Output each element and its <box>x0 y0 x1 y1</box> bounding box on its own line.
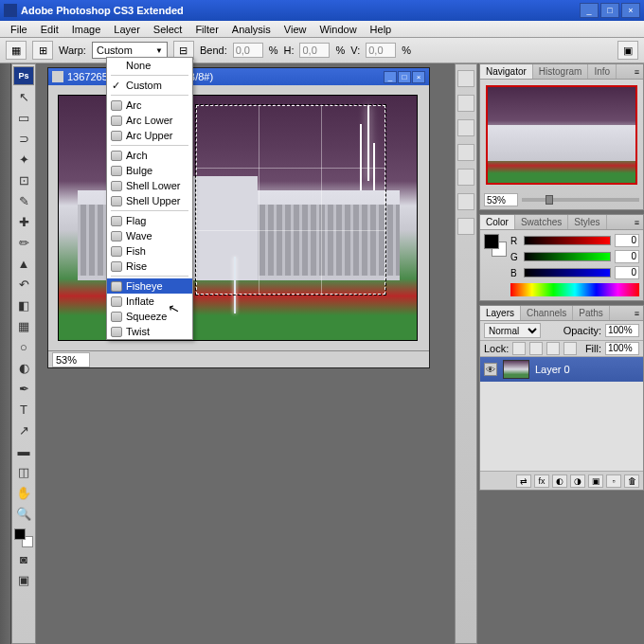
menu-file[interactable]: File <box>4 22 34 37</box>
wand-tool[interactable]: ✦ <box>13 150 34 169</box>
layer-row[interactable]: 👁 Layer 0 <box>480 357 643 382</box>
lock-pixels-icon[interactable] <box>529 342 543 355</box>
menu-view[interactable]: View <box>277 22 313 37</box>
shape-tool[interactable]: ▬ <box>13 441 34 460</box>
menu-image[interactable]: Image <box>65 22 108 37</box>
path-tool[interactable]: ↗ <box>13 420 34 439</box>
hand-tool[interactable]: ✋ <box>13 483 34 502</box>
crop-tool[interactable]: ⊡ <box>13 170 34 189</box>
gradient-tool[interactable]: ▦ <box>13 316 34 335</box>
tab-channels[interactable]: Channels <box>521 306 573 320</box>
history-brush-tool[interactable]: ↶ <box>13 275 34 294</box>
menu-analysis[interactable]: Analysis <box>225 22 277 37</box>
r-slider[interactable] <box>524 236 611 245</box>
add-mask-icon[interactable]: ◐ <box>552 474 567 488</box>
color-panel-swatch[interactable] <box>484 234 507 257</box>
lock-transparency-icon[interactable] <box>512 342 526 355</box>
eraser-tool[interactable]: ◧ <box>13 295 34 314</box>
healing-tool[interactable]: ✚ <box>13 212 34 231</box>
menu-help[interactable]: Help <box>364 22 399 37</box>
warp-option-flag[interactable]: Flag <box>107 213 192 228</box>
dodge-tool[interactable]: ◐ <box>13 358 34 377</box>
panel-menu-icon[interactable]: ≡ <box>631 218 643 227</box>
zoom-field[interactable]: 53% <box>52 352 90 367</box>
marquee-tool[interactable]: ▭ <box>13 108 34 127</box>
clone-icon[interactable] <box>457 95 474 112</box>
quickmask-tool[interactable]: ◙ <box>13 549 34 568</box>
workspace-icon[interactable]: ▣ <box>617 41 638 60</box>
zoom-tool[interactable]: 🔍 <box>13 504 34 523</box>
b-slider[interactable] <box>524 268 611 277</box>
tab-layers[interactable]: Layers <box>480 306 521 320</box>
menu-layer[interactable]: Layer <box>107 22 147 37</box>
lasso-tool[interactable]: ⊃ <box>13 129 34 148</box>
pen-tool[interactable]: ✒ <box>13 379 34 398</box>
menu-edit[interactable]: Edit <box>34 22 65 37</box>
character-icon[interactable] <box>457 193 474 210</box>
minimize-button[interactable]: _ <box>580 3 599 18</box>
new-group-icon[interactable]: ▣ <box>588 474 603 488</box>
tab-color[interactable]: Color <box>480 215 515 229</box>
type-tool[interactable]: T <box>13 400 34 419</box>
layer-style-icon[interactable]: fx <box>534 474 549 488</box>
tab-styles[interactable]: Styles <box>568 215 606 229</box>
h-input[interactable] <box>299 43 330 58</box>
layer-name[interactable]: Layer 0 <box>535 364 570 375</box>
fg-color[interactable] <box>14 528 26 540</box>
stamp-tool[interactable]: ▲ <box>13 254 34 273</box>
layercomps-icon[interactable] <box>457 144 474 161</box>
screenmode-tool[interactable]: ▣ <box>13 570 34 589</box>
warp-option-arc[interactable]: Arc <box>107 98 192 113</box>
tab-paths[interactable]: Paths <box>573 306 610 320</box>
warp-option-bulge[interactable]: Bulge <box>107 163 192 178</box>
selection-marquee[interactable] <box>196 105 385 295</box>
actions-icon[interactable] <box>457 169 474 186</box>
lock-position-icon[interactable] <box>546 342 560 355</box>
tab-swatches[interactable]: Swatches <box>515 215 568 229</box>
notes-tool[interactable]: ◫ <box>13 462 34 481</box>
panel-menu-icon[interactable]: ≡ <box>631 309 643 318</box>
paragraph-icon[interactable] <box>457 218 474 235</box>
menu-window[interactable]: Window <box>313 22 363 37</box>
fill-input[interactable]: 100% <box>605 342 639 355</box>
brushes-icon[interactable] <box>457 70 474 87</box>
new-layer-icon[interactable]: ▫ <box>606 474 621 488</box>
b-value[interactable]: 0 <box>615 266 639 279</box>
tab-navigator[interactable]: Navigator <box>480 64 533 79</box>
adjustment-layer-icon[interactable]: ◑ <box>570 474 585 488</box>
blur-tool[interactable]: ○ <box>13 337 34 356</box>
warp-option-arch[interactable]: Arch <box>107 148 192 163</box>
brush-tool[interactable]: ✏ <box>13 233 34 252</box>
bend-input[interactable] <box>233 43 263 58</box>
warp-option-rise[interactable]: Rise <box>107 259 192 274</box>
visibility-icon[interactable]: 👁 <box>484 363 497 376</box>
lock-all-icon[interactable] <box>564 342 577 355</box>
menu-select[interactable]: Select <box>147 22 189 37</box>
warp-option-fish[interactable]: Fish <box>107 243 192 259</box>
r-value[interactable]: 0 <box>615 234 639 247</box>
toolpresets-icon[interactable] <box>457 119 474 136</box>
g-value[interactable]: 0 <box>615 250 639 263</box>
warp-option-wave[interactable]: Wave <box>107 228 192 243</box>
blend-mode-select[interactable]: Normal <box>484 323 541 338</box>
opacity-input[interactable]: 100% <box>605 324 639 337</box>
nav-zoom-input[interactable] <box>484 193 518 206</box>
delete-layer-icon[interactable]: 🗑 <box>624 474 639 488</box>
warp-option-shell-lower[interactable]: Shell Lower <box>107 178 192 193</box>
menu-filter[interactable]: Filter <box>188 22 224 37</box>
panel-menu-icon[interactable]: ≡ <box>631 67 643 77</box>
link-layers-icon[interactable]: ⇄ <box>516 474 531 488</box>
tab-histogram[interactable]: Histogram <box>533 64 589 79</box>
warp-option-twist[interactable]: Twist <box>107 324 192 339</box>
warp-option-fisheye[interactable]: Fisheye <box>107 278 192 294</box>
g-slider[interactable] <box>524 252 611 261</box>
doc-close-button[interactable]: × <box>412 71 425 83</box>
warp-option-none[interactable]: None <box>107 58 192 73</box>
v-input[interactable] <box>366 43 396 58</box>
warp-option-arc-upper[interactable]: Arc Upper <box>107 128 192 143</box>
doc-maximize-button[interactable]: □ <box>398 71 411 83</box>
color-spectrum[interactable] <box>510 283 639 296</box>
move-tool[interactable]: ↖ <box>13 87 34 106</box>
navigator-thumbnail[interactable] <box>486 85 637 185</box>
layer-thumbnail[interactable] <box>503 360 529 379</box>
